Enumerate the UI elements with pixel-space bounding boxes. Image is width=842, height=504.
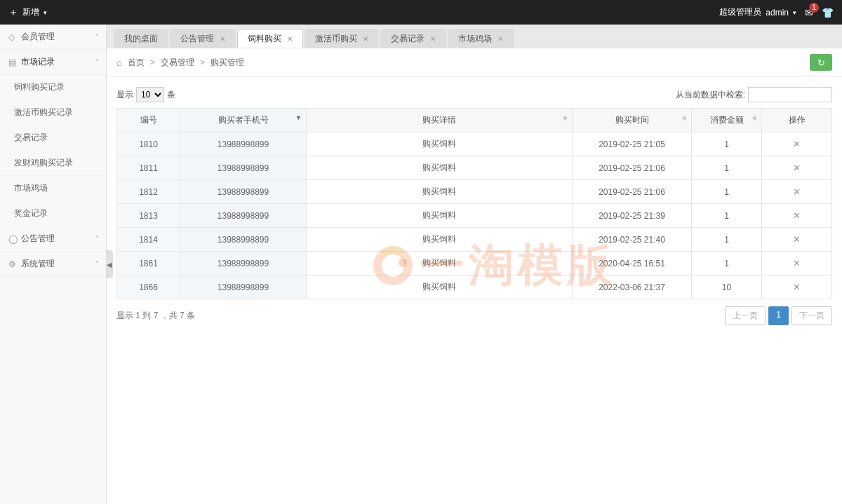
chevron-up-icon: ˄ — [95, 58, 99, 66]
cell-action: ✕ — [762, 275, 832, 299]
tab[interactable]: 激活币购买✕ — [305, 29, 379, 48]
sidebar-collapse-handle[interactable]: ◀ — [107, 250, 113, 278]
tab[interactable]: 我的桌面 — [114, 29, 168, 48]
cell-time: 2019-02-25 21:39 — [573, 204, 692, 228]
col-header-time[interactable]: 购买时间◆ — [573, 109, 692, 132]
cell-amount: 1 — [692, 180, 762, 204]
cell-time: 2019-02-25 21:06 — [573, 180, 692, 204]
user-role: 超级管理员 — [719, 6, 761, 18]
gear-icon: ⚙ — [8, 259, 21, 269]
tab-close-icon[interactable]: ✕ — [497, 35, 503, 43]
user-menu[interactable]: 超级管理员 admin ▾ — [719, 6, 796, 18]
search-label: 从当前数据中检索: — [676, 89, 745, 101]
doc-icon: ▤ — [8, 57, 21, 67]
delete-button[interactable]: ✕ — [793, 163, 801, 173]
pagination-page[interactable]: 1 — [768, 306, 789, 325]
sidebar-item[interactable]: 发财鸡购买记录 — [0, 151, 106, 176]
delete-button[interactable]: ✕ — [793, 186, 801, 197]
cell-id: 1811 — [117, 156, 180, 180]
breadcrumb-item[interactable]: 首页 — [128, 57, 145, 69]
col-header-amount[interactable]: 消费金额◆ — [692, 109, 762, 132]
table-row: 181213988998899购买饲料2019-02-25 21:061✕ — [117, 180, 832, 204]
tab-close-icon[interactable]: ✕ — [287, 35, 293, 43]
cell-detail: 购买饲料 — [307, 180, 573, 204]
tab-close-icon[interactable]: ✕ — [430, 35, 436, 43]
sidebar: ◇会员管理˅▤市场记录˄饲料购买记录激活币购买记录交易记录发财鸡购买记录市场鸡场… — [0, 25, 107, 504]
sidebar-item[interactable]: 市场鸡场 — [0, 176, 106, 201]
cell-amount: 1 — [692, 228, 762, 252]
cell-action: ✕ — [762, 204, 832, 228]
table-row: 181313988998899购买饲料2019-02-25 21:391✕ — [117, 204, 832, 228]
sidebar-item[interactable]: 交易记录 — [0, 125, 106, 151]
sidebar-group-market[interactable]: ▤市场记录˄ — [0, 50, 106, 75]
cell-detail: 购买饲料 — [307, 156, 573, 180]
delete-button[interactable]: ✕ — [793, 282, 801, 292]
main-content: ◀ 我的桌面公告管理✕饲料购买✕激活币购买✕交易记录✕市场鸡场✕ ⌂首页>交易管… — [107, 25, 842, 504]
tab[interactable]: 公告管理✕ — [170, 29, 236, 48]
cell-phone: 13988998899 — [180, 275, 307, 299]
mail-badge: 1 — [809, 3, 819, 13]
tab[interactable]: 饲料购买✕ — [237, 29, 303, 48]
cell-id: 1810 — [117, 132, 180, 156]
delete-button[interactable]: ✕ — [793, 210, 801, 221]
sidebar-group-member[interactable]: ◇会员管理˅ — [0, 25, 106, 50]
breadcrumb-separator: > — [150, 57, 155, 67]
cell-phone: 13988998899 — [180, 204, 307, 228]
page-size-select[interactable]: 10 — [136, 87, 164, 102]
theme-button[interactable]: 👕 — [822, 7, 834, 18]
tab[interactable]: 交易记录✕ — [380, 29, 446, 48]
cell-action: ✕ — [762, 252, 832, 275]
tab-close-icon[interactable]: ✕ — [363, 35, 368, 43]
delete-button[interactable]: ✕ — [793, 258, 801, 268]
col-header-action: 操作 — [762, 109, 832, 132]
breadcrumb-separator: > — [200, 57, 205, 67]
search-input[interactable] — [748, 87, 832, 102]
home-icon: ⌂ — [116, 57, 122, 68]
shirt-icon: 👕 — [822, 7, 834, 18]
col-header-detail[interactable]: 购买详情◆ — [307, 109, 573, 132]
cell-time: 2019-02-25 21:06 — [573, 156, 692, 180]
tab-label: 我的桌面 — [124, 33, 158, 45]
col-header-phone[interactable]: 购买者手机号▼ — [180, 109, 307, 132]
sidebar-group-system[interactable]: ⚙系统管理˅ — [0, 252, 106, 277]
breadcrumb-item[interactable]: 交易管理 — [161, 57, 194, 69]
sidebar-item[interactable]: 激活币购买记录 — [0, 100, 106, 125]
cell-amount: 1 — [692, 156, 762, 180]
user-name: admin — [766, 8, 789, 18]
add-new-button[interactable]: ＋ 新增 ▾ — [8, 6, 47, 19]
mail-button[interactable]: ✉ 1 — [805, 7, 813, 18]
table-row: 186613988998899购买饲料2022-03-06 21:3710✕ — [117, 275, 832, 299]
table-row: 181113988998899购买饲料2019-02-25 21:061✕ — [117, 156, 832, 180]
cell-time: 2020-04-25 16:51 — [573, 252, 692, 275]
sidebar-item-label: 市场鸡场 — [14, 182, 48, 194]
tab[interactable]: 市场鸡场✕ — [448, 29, 514, 48]
cell-detail: 购买饲料 — [307, 132, 573, 156]
chevron-down-icon: ˅ — [95, 235, 99, 243]
add-new-label: 新增 — [22, 6, 39, 18]
plus-icon: ＋ — [8, 6, 18, 19]
cell-id: 1813 — [117, 204, 180, 228]
delete-button[interactable]: ✕ — [793, 139, 801, 149]
sidebar-item[interactable]: 奖金记录 — [0, 201, 106, 226]
chevron-down-icon: ▾ — [44, 9, 47, 16]
cell-detail: 购买饲料 — [307, 252, 573, 275]
table-row: 181013988998899购买饲料2019-02-25 21:051✕ — [117, 132, 832, 156]
tab-close-icon[interactable]: ✕ — [220, 35, 225, 43]
cell-id: 1866 — [117, 275, 180, 299]
col-header-id[interactable]: 编号 — [117, 109, 180, 132]
cell-phone: 13988998899 — [180, 180, 307, 204]
sidebar-item[interactable]: 饲料购买记录 — [0, 75, 106, 100]
refresh-button[interactable]: ↻ — [810, 54, 832, 71]
cell-detail: 购买饲料 — [307, 204, 573, 228]
cell-action: ✕ — [762, 228, 832, 252]
pagination: 上一页1下一页 — [725, 306, 832, 325]
sidebar-group-notice[interactable]: ◯公告管理˅ — [0, 226, 106, 252]
pagination-prev: 上一页 — [725, 306, 766, 325]
cell-time: 2019-02-25 21:05 — [573, 132, 692, 156]
breadcrumb-row: ⌂首页>交易管理>购买管理 ↻ — [107, 48, 842, 77]
cell-amount: 10 — [692, 275, 762, 299]
cell-action: ✕ — [762, 156, 832, 180]
delete-button[interactable]: ✕ — [793, 234, 801, 245]
sort-icon: ◆ — [563, 114, 568, 121]
tab-label: 交易记录 — [391, 33, 425, 45]
